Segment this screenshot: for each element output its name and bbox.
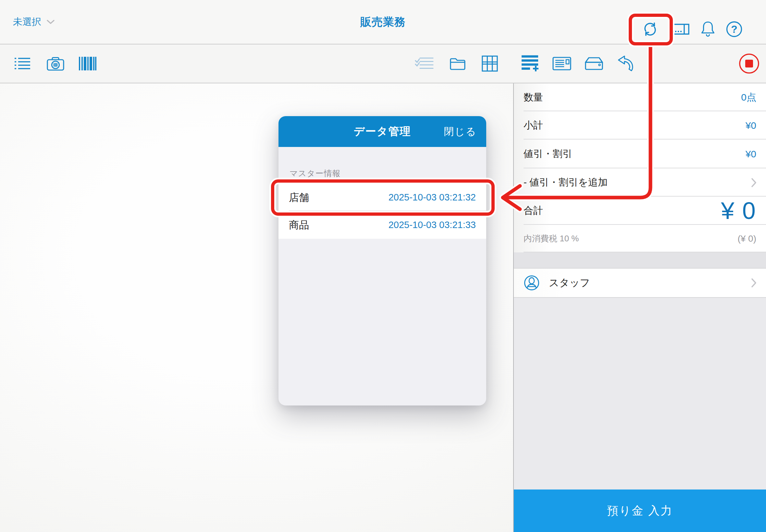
receipt-icon — [553, 57, 571, 70]
cart-summary-panel: 数量 0点 小計 ¥0 値引・割引 ¥0 - 値引・割引を追加 合計 ¥ 0 内… — [513, 83, 766, 532]
grid-icon — [482, 55, 498, 72]
product-list-button[interactable] — [14, 44, 30, 83]
sync-icon — [641, 20, 659, 38]
modal-title: データ管理 — [354, 124, 411, 139]
deposit-input-button[interactable]: 預り金 入力 — [514, 490, 766, 532]
help-icon: ? — [726, 21, 743, 38]
subtotal-row: 小計 ¥0 — [514, 111, 766, 139]
list-item-store[interactable]: 店舗 2025-10-03 03:21:32 — [278, 184, 486, 211]
master-data-list: 店舗 2025-10-03 03:21:32 商品 2025-10-03 03:… — [278, 184, 486, 239]
barcode-icon — [79, 57, 96, 70]
list-item-label: 店舗 — [289, 191, 309, 204]
toolbar — [0, 44, 766, 83]
staff-icon — [524, 275, 540, 291]
top-header: 未選択 販売業務 — [0, 0, 766, 44]
list-item-product[interactable]: 商品 2025-10-03 03:21:33 — [278, 211, 486, 239]
sales-screen: 未選択 販売業務 — [0, 0, 766, 532]
quantity-row: 数量 0点 — [514, 83, 766, 111]
notifications-button[interactable] — [700, 21, 716, 38]
modal-close-button[interactable]: 閉じる — [444, 116, 477, 147]
add-discount-label: - 値引・割引を追加 — [524, 176, 608, 189]
sale-item-area: データ管理 閉じる マスター情報 店舗 2025-10-03 03:21:32 … — [0, 83, 513, 532]
modal-section-label: マスター情報 — [289, 168, 341, 179]
chevron-right-icon — [751, 278, 757, 288]
deposit-input-label: 預り金 入力 — [607, 503, 673, 518]
quantity-value: 0点 — [741, 91, 756, 104]
camera-scan-button[interactable] — [47, 44, 64, 83]
cash-drawer-button[interactable] — [585, 44, 603, 83]
discount-value: ¥0 — [746, 149, 756, 160]
total-value: ¥ 0 — [721, 197, 756, 224]
quantity-label: 数量 — [524, 91, 543, 104]
undo-return-button[interactable] — [617, 44, 636, 83]
stop-record-button[interactable] — [738, 44, 760, 83]
folder-button[interactable] — [449, 44, 466, 83]
list-item-label: 商品 — [289, 218, 309, 232]
camera-scan-icon — [47, 56, 64, 71]
tax-label: 内消費税 10 % — [524, 233, 579, 244]
menu-list-icon — [14, 57, 30, 70]
tax-row: 内消費税 10 % (¥ 0) — [514, 225, 766, 252]
receipt-button[interactable] — [553, 44, 571, 83]
checklist-button[interactable] — [415, 44, 434, 83]
add-to-list-icon — [521, 55, 539, 72]
data-management-modal: データ管理 閉じる マスター情報 店舗 2025-10-03 03:21:32 … — [278, 116, 486, 405]
add-discount-row[interactable]: - 値引・割引を追加 — [514, 168, 766, 197]
list-item-timestamp: 2025-10-03 03:21:32 — [389, 192, 476, 203]
discount-label: 値引・割引 — [524, 147, 572, 161]
modal-header: データ管理 閉じる — [278, 116, 486, 147]
grid-layout-button[interactable] — [482, 44, 498, 83]
tax-value: (¥ 0) — [737, 234, 756, 244]
bell-icon — [700, 21, 716, 38]
staff-label: スタッフ — [549, 276, 590, 290]
checklist-icon — [415, 57, 434, 70]
discount-row: 値引・割引 ¥0 — [514, 139, 766, 168]
card-reader-icon — [671, 22, 690, 36]
staff-row[interactable]: スタッフ — [514, 269, 766, 298]
subtotal-label: 小計 — [524, 119, 543, 132]
cash-drawer-icon — [585, 57, 603, 70]
help-button[interactable]: ? — [726, 21, 743, 38]
card-reader-button[interactable] — [671, 22, 690, 36]
folder-icon — [449, 57, 466, 70]
barcode-button[interactable] — [79, 44, 96, 83]
svg-text:?: ? — [731, 23, 737, 35]
undo-return-icon — [617, 55, 636, 72]
total-label: 合計 — [524, 204, 543, 217]
chevron-right-icon — [751, 178, 757, 187]
list-item-timestamp: 2025-10-03 03:21:33 — [389, 220, 476, 230]
sync-button[interactable] — [641, 20, 659, 38]
section-separator — [514, 252, 766, 269]
subtotal-value: ¥0 — [746, 120, 756, 131]
total-row: 合計 ¥ 0 — [514, 197, 766, 225]
add-to-list-button[interactable] — [521, 44, 539, 83]
stop-record-icon — [738, 53, 760, 74]
